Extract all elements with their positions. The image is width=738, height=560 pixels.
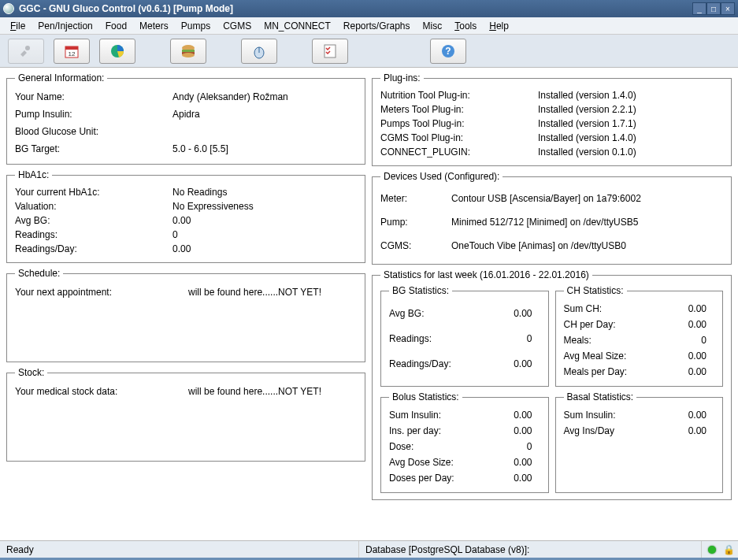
lock-icon: 🔒 [722,543,735,556]
toolbar-chart-button[interactable] [99,39,135,64]
ch-avgsize-label: Avg Meal Size: [564,350,668,362]
basal-avg-value: 0.00 [667,425,714,436]
devices-panel: Devices Used (Configured): Meter:Contour… [372,171,732,265]
ch-perday-label: CH per Day: [564,319,668,330]
menu-meters[interactable]: Meters [134,19,174,33]
hba1c-rpd-value: 0.00 [172,243,357,254]
toolbar-device-button[interactable] [241,39,277,64]
basal-sum-label: Sum Insulin: [564,410,668,421]
mouse-icon [251,43,267,59]
svg-rect-1 [65,46,78,50]
statusbar: Ready Database [PostgreSQL Database (v8)… [0,540,738,558]
menu-food[interactable]: Food [100,19,132,33]
device-cgms-value: OneTouch Vibe [Animas] on /dev/ttyUSB0 [451,240,723,251]
bg-unit-value [172,126,357,137]
menu-reports[interactable]: Reports/Graphs [338,19,416,33]
status-indicator-icon [708,546,716,554]
svg-text:12: 12 [69,50,76,57]
burger-icon [180,43,197,59]
plugin-pumps-label: Pumps Tool Plug-in: [380,118,538,129]
bolus-avgdose-label: Avg Dose Size: [389,457,493,468]
ch-perday-value: 0.00 [667,319,714,330]
stock-label: Your medical stock data: [15,386,188,397]
statistics-panel: Statistics for last week (16.01.2016 - 2… [372,269,732,500]
pump-insulin-value: Apidra [172,109,357,120]
bolus-perday-label: Ins. per day: [389,425,493,436]
basal-stats-panel: Basal Statistics: Sum Insulin:0.00 Avg I… [555,391,724,493]
hba1c-panel: HbA1c: Your current HbA1c:No Readings Va… [6,169,365,263]
plugin-nutrition-value: Installed (version 1.4.0) [538,90,723,101]
bolus-dpd-label: Doses per Day: [389,473,493,484]
minimize-button[interactable]: _ [692,2,706,15]
bg-rpd-label: Readings/Day: [389,358,493,369]
close-button[interactable]: × [721,2,735,15]
your-name-value: Andy (Aleksander) Rožman [172,91,357,102]
toolbar-help-button[interactable]: ? [430,39,466,64]
ch-meals-value: 0 [667,335,714,346]
menu-cgms[interactable]: CGMS [217,19,257,33]
hba1c-current-label: Your current HbA1c: [15,187,172,198]
bolus-stats-panel: Bolus Statistics: Sum Insulin:0.00 Ins. … [380,391,549,493]
bg-target-value: 5.0 - 6.0 [5.5] [172,143,357,154]
ch-meals-label: Meals: [564,335,668,346]
bg-avgbg-value: 0.00 [493,308,540,319]
device-pump-label: Pump: [380,217,451,228]
hba1c-valuation-label: Valuation: [15,201,172,212]
status-ready: Ready [0,541,359,558]
ch-sum-value: 0.00 [667,303,714,314]
plugin-connect-label: CONNECT_PLUGIN: [380,146,538,158]
bolus-avgdose-value: 0.00 [493,457,540,468]
window-title: GGC - GNU Gluco Control (v0.6.1) [Pump M… [19,3,692,14]
app-icon [3,3,14,14]
hba1c-rpd-label: Readings/Day: [15,243,172,254]
ch-avgsize-value: 0.00 [667,350,714,362]
devices-legend: Devices Used (Configured): [380,171,503,182]
menu-misc[interactable]: Misc [417,19,448,33]
schedule-label: Your next appointment: [15,287,188,298]
plugin-meters-value: Installed (version 2.2.1) [538,104,723,115]
bg-unit-label: Blood Glucose Unit: [15,126,172,137]
bolus-sum-label: Sum Insulin: [389,410,493,421]
ch-mpd-label: Meals per Day: [564,366,668,377]
general-info-panel: General Information: Your Name: Andy (Al… [6,72,365,165]
statistics-legend: Statistics for last week (16.01.2016 - 2… [380,269,592,280]
plugin-nutrition-label: Nutrition Tool Plug-in: [380,90,538,101]
maximize-button[interactable]: □ [706,2,721,15]
menu-pen-injection[interactable]: Pen/Injection [32,19,98,33]
bg-readings-label: Readings: [389,333,493,344]
plugins-panel: Plug-ins: Nutrition Tool Plug-in:Install… [372,72,732,166]
plugins-legend: Plug-ins: [380,72,424,83]
tools-icon [18,43,34,59]
bolus-dose-value: 0 [493,441,540,452]
menu-pumps[interactable]: Pumps [176,19,216,33]
pump-insulin-label: Pump Insulin: [15,109,172,120]
toolbar-button-1 [8,39,44,64]
bg-avgbg-label: Avg BG: [389,308,493,319]
toolbar-checklist-button[interactable] [312,39,348,64]
schedule-legend: Schedule: [15,268,63,279]
your-name-label: Your Name: [15,91,172,102]
ch-mpd-value: 0.00 [667,366,714,377]
plugin-cgms-label: CGMS Tool Plug-in: [380,132,538,143]
device-pump-value: Minimed 512/712 [Minimed] on /dev/ttyUSB… [451,217,723,228]
checklist-icon [322,43,338,59]
bg-rpd-value: 0.00 [493,358,540,369]
status-database: Database [PostgreSQL Database (v8)]: [359,541,702,558]
bg-stats-legend: BG Statistics: [389,285,452,296]
schedule-panel: Schedule: Your next appointment: will be… [6,268,365,362]
hba1c-avgbg-label: Avg BG: [15,215,172,226]
menu-help[interactable]: Help [484,19,514,33]
menu-file[interactable]: File [5,19,31,33]
ch-sum-label: Sum CH: [564,303,668,314]
schedule-value: will be found here......NOT YET! [188,287,357,298]
toolbar-calendar-button[interactable]: 12 [54,39,90,64]
plugin-cgms-value: Installed (version 1.4.0) [538,132,723,143]
hba1c-valuation-value: No Expressiveness [172,201,357,212]
hba1c-readings-value: 0 [172,229,357,240]
toolbar-food-button[interactable] [170,39,206,64]
menu-tools[interactable]: Tools [449,19,482,33]
basal-avg-label: Avg Ins/Day [564,425,668,436]
menu-mnconnect[interactable]: MN_CONNECT [258,19,336,33]
hba1c-avgbg-value: 0.00 [172,215,357,226]
plugin-connect-value: Installed (version 0.1.0) [538,146,723,158]
